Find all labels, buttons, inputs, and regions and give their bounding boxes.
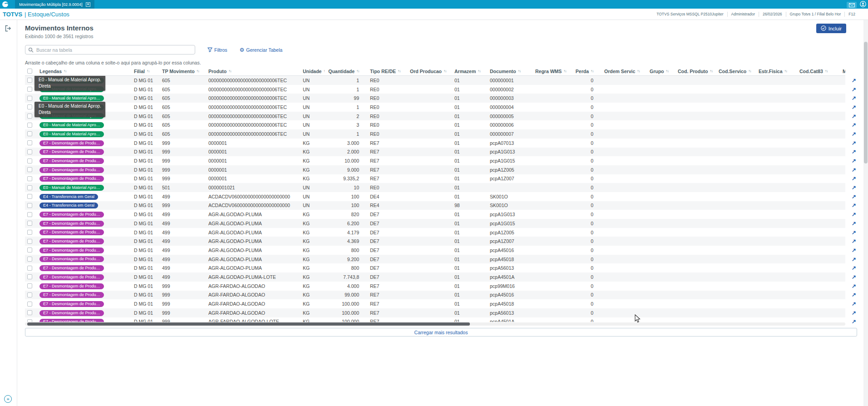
table-row[interactable]: E7 - Desmontagem de ProdutosD MG 01499AG… [25, 263, 845, 272]
open-row-icon[interactable]: ↗ [850, 112, 858, 121]
table-row[interactable]: E7 - Desmontagem de ProdutosD MG 0199900… [25, 174, 845, 183]
horizontal-scrollbar-thumb[interactable] [27, 322, 470, 326]
open-row-icon[interactable]: ↗ [850, 129, 858, 139]
sort-icon[interactable]: ↑↓ [825, 69, 828, 73]
column-header-perda[interactable]: Perda↑↓ [571, 69, 599, 74]
open-row-icon[interactable]: ↗ [850, 165, 858, 174]
select-all-checkbox[interactable] [25, 69, 34, 74]
row-checkbox[interactable] [25, 319, 34, 322]
table-row[interactable]: E7 - Desmontagem de ProdutosD MG 01999AG… [25, 299, 845, 308]
open-row-icon[interactable]: ↗ [850, 94, 858, 103]
table-row[interactable]: E7 - Desmontagem de ProdutosD MG 01499AG… [25, 219, 845, 228]
open-row-icon[interactable]: ↗ [850, 291, 858, 300]
sort-icon[interactable]: ↑↓ [518, 69, 521, 73]
sort-icon[interactable]: ↑↓ [637, 69, 640, 73]
vertical-scrollbar-thumb[interactable] [864, 42, 868, 163]
account-icon[interactable] [860, 1, 866, 9]
table-row[interactable]: E7 - Desmontagem de ProdutosD MG 0199900… [25, 165, 845, 174]
column-header-filial[interactable]: Filial↑↓ [128, 69, 157, 74]
column-header-unidade[interactable]: Unidade↑↓ [297, 69, 325, 74]
open-row-icon[interactable]: ↗ [850, 263, 858, 272]
table-row[interactable]: E0 - Manual de Material Aprop. DiretaD M… [25, 183, 845, 192]
table-row[interactable]: E7 - Desmontagem de ProdutosD MG 01999AG… [25, 317, 845, 322]
open-row-icon[interactable]: ↗ [850, 85, 858, 94]
column-header-ma[interactable]: Ma↑↓ [837, 69, 845, 74]
open-row-icon[interactable]: ↗ [850, 246, 858, 255]
table-row[interactable]: E7 - Desmontagem de ProdutosD MG 01499AG… [25, 255, 845, 264]
open-row-icon[interactable]: ↗ [850, 201, 858, 210]
sort-icon[interactable]: ↑↓ [228, 69, 231, 73]
row-checkbox[interactable] [25, 185, 34, 190]
table-row[interactable]: E7 - Desmontagem de ProdutosD MG 01999AG… [25, 308, 845, 317]
table-row[interactable]: E0 - Manual de Material Aprop. DiretaD M… [25, 103, 845, 112]
open-row-icon[interactable]: ↗ [850, 139, 858, 148]
row-checkbox[interactable] [25, 131, 34, 136]
sort-icon[interactable]: ↑↓ [197, 69, 199, 73]
row-checkbox[interactable] [25, 230, 34, 235]
row-checkbox[interactable] [25, 194, 34, 199]
table-row[interactable]: E4 - Transferencia em GeralD MG 01999ACD… [25, 201, 845, 210]
sort-icon[interactable]: ↑↓ [666, 69, 669, 73]
row-checkbox[interactable] [25, 203, 34, 208]
row-checkbox[interactable] [25, 167, 34, 172]
open-row-icon[interactable]: ↗ [850, 76, 858, 85]
sort-icon[interactable]: ↑↓ [748, 69, 751, 73]
sort-icon[interactable]: ↑↓ [147, 69, 149, 73]
column-header-regra[interactable]: Regra WMS↑↓ [530, 69, 571, 74]
open-row-icon[interactable]: ↗ [850, 308, 858, 317]
table-row[interactable]: E7 - Desmontagem de ProdutosD MG 01999AG… [25, 291, 845, 300]
column-header-legend[interactable]: Legendas↑↓ [34, 69, 128, 74]
exit-icon[interactable] [5, 25, 13, 34]
table-row[interactable]: E7 - Desmontagem de ProdutosD MG 0199900… [25, 139, 845, 148]
sort-icon[interactable]: ↑↓ [591, 69, 593, 73]
column-header-doc[interactable]: Documento↑↓ [484, 69, 530, 74]
mail-icon[interactable] [847, 2, 857, 8]
row-checkbox[interactable] [25, 114, 34, 119]
table-row[interactable]: E4 - Transferencia em GeralD MG 01499ACD… [25, 192, 845, 201]
open-row-icon[interactable]: ↗ [850, 282, 858, 291]
window-tab[interactable]: Movimentação Múltipla [02.9.0004] ✕ [15, 0, 94, 9]
open-row-icon[interactable]: ↗ [850, 156, 858, 165]
open-row-icon[interactable]: ↗ [850, 174, 858, 183]
sort-icon[interactable]: ↑↓ [356, 69, 359, 73]
env-f12[interactable]: F12 [844, 12, 859, 17]
open-row-icon[interactable]: ↗ [850, 120, 858, 129]
row-checkbox[interactable] [25, 239, 34, 244]
row-checkbox[interactable] [25, 266, 34, 271]
incluir-button[interactable]: Incluir [816, 24, 846, 33]
column-header-ordp[interactable]: Ord Producao↑↓ [404, 69, 449, 74]
row-checkbox[interactable] [25, 176, 34, 181]
table-row[interactable]: E0 - Manual de Material Aprop. DiretaD M… [25, 85, 845, 94]
table-row[interactable]: E7 - Desmontagem de ProdutosD MG 01999AG… [25, 282, 845, 291]
vertical-scrollbar[interactable] [863, 20, 868, 406]
open-row-icon[interactable]: ↗ [850, 272, 858, 282]
table-row[interactable]: E0 - Manual de Material Aprop. DiretaD M… [25, 76, 845, 85]
row-checkbox[interactable] [25, 257, 34, 262]
column-header-armazem[interactable]: Armazem↑↓ [449, 69, 484, 74]
row-checkbox[interactable] [25, 212, 34, 217]
open-row-icon[interactable]: ↗ [850, 299, 858, 308]
row-checkbox[interactable] [25, 302, 34, 307]
table-row[interactable]: E0 - Manual de Material Aprop. DiretaD M… [25, 94, 845, 103]
column-header-estr[interactable]: Estr.Fisica↑↓ [753, 69, 794, 74]
row-checkbox[interactable] [25, 96, 34, 101]
table-row[interactable]: E7 - Desmontagem de ProdutosD MG 0199900… [25, 156, 845, 165]
sort-icon[interactable]: ↑↓ [398, 69, 400, 73]
column-header-qtd[interactable]: Quantidade↑↓ [325, 69, 365, 74]
row-checkbox[interactable] [25, 123, 34, 128]
sort-icon[interactable]: ↑↓ [563, 69, 566, 73]
column-header-codprod[interactable]: Cod. Produto↑↓ [672, 69, 713, 74]
row-checkbox[interactable] [25, 248, 34, 253]
manage-table-button[interactable]: ⚙ Gerenciar Tabela [240, 47, 283, 53]
open-row-icon[interactable]: ↗ [850, 255, 858, 264]
table-row[interactable]: E7 - Desmontagem de ProdutosD MG 01499AG… [25, 246, 845, 255]
table-row[interactable]: E0 - Manual de Material Aprop. DiretaD M… [25, 112, 845, 121]
column-header-ords[interactable]: Ordem Servic↑↓ [599, 69, 644, 74]
open-row-icon[interactable]: ↗ [850, 228, 858, 237]
open-row-icon[interactable]: ↗ [850, 183, 858, 192]
sort-icon[interactable]: ↑↓ [64, 69, 66, 73]
row-checkbox[interactable] [25, 149, 34, 154]
close-icon[interactable]: ✕ [86, 2, 91, 7]
column-header-tipo[interactable]: Tipo RE/DE↑↓ [365, 69, 404, 74]
open-row-icon[interactable]: ↗ [850, 192, 858, 201]
